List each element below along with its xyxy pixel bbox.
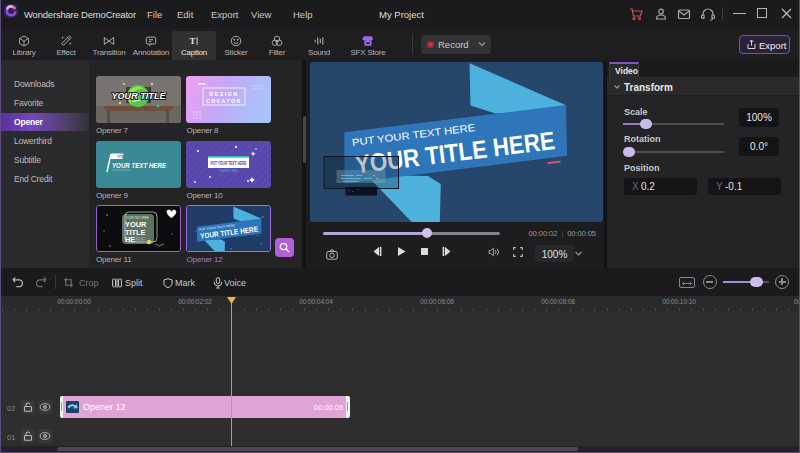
svg-text:YOUR TEXT HERE: YOUR TEXT HERE [220,169,238,173]
svg-text:DESIGN: DESIGN [210,91,239,97]
svg-text:HERE: HERE [125,235,146,244]
svg-text:YOUR TEXT HERE: YOUR TEXT HERE [112,161,167,168]
svg-text:PUT YOUR TEXT HERE: PUT YOUR TEXT HERE [211,160,247,165]
svg-text:TITLE: TITLE [117,154,127,158]
svg-text:CREATOR: CREATOR [206,98,242,104]
svg-text:T: T [190,36,196,46]
